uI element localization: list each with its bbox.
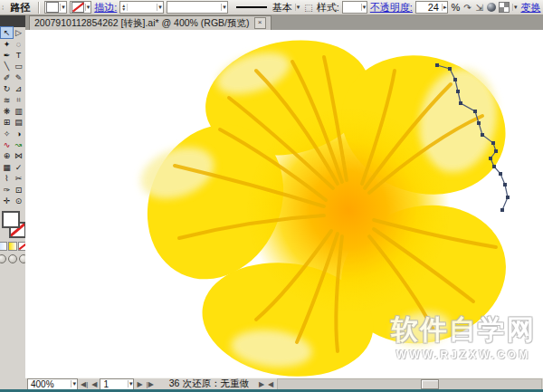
live-trace-tool[interactable]: ∿ [1, 139, 13, 150]
path-anchor-point[interactable] [473, 110, 477, 113]
last-page-button[interactable]: |▶ [146, 380, 155, 388]
toolbox-titlebar[interactable] [0, 15, 25, 27]
fill-swatch[interactable] [2, 211, 20, 228]
path-anchor-point[interactable] [477, 121, 481, 125]
isolate-arrow-icon[interactable]: ↷ [462, 3, 472, 13]
path-anchor-point[interactable] [499, 172, 502, 176]
select-tool[interactable]: ✓ [13, 162, 24, 173]
path-anchor-point[interactable] [435, 63, 439, 67]
crop-area-tool[interactable]: ⊕ [1, 150, 13, 161]
measure-tool[interactable]: ✑ [1, 184, 13, 195]
page-number-value: 1 [100, 379, 127, 389]
chevron-down-icon: ▾ [157, 4, 163, 11]
document-tab-strip: 2007910112854262 [转换].ai* @ 400% (RGB/预览… [25, 15, 543, 30]
fullscreen-menu-button[interactable] [8, 254, 17, 263]
gradient-mode-button[interactable] [8, 242, 17, 251]
path-anchor-point[interactable] [459, 101, 462, 105]
first-page-button[interactable]: ◀| [80, 380, 89, 388]
opacity-combo[interactable]: 24 ▸ [415, 1, 449, 14]
gradient-tool[interactable]: ▤ [13, 117, 24, 128]
line-segment-tool[interactable]: ╲ [1, 61, 13, 72]
stroke-none-swatch-icon [71, 2, 84, 13]
scissors-tool[interactable]: ✂ [13, 173, 24, 184]
path-anchor-point[interactable] [492, 165, 496, 168]
free-transform-tool[interactable]: ⌗ [13, 94, 24, 105]
scale-tool[interactable]: ⊿ [13, 83, 24, 94]
next-page-button[interactable]: ▶ [136, 380, 143, 388]
dashed-box-icon[interactable]: ⬚ [303, 3, 313, 13]
graph-tool[interactable]: ▦ [1, 162, 13, 173]
path-anchor-point[interactable] [489, 157, 492, 160]
stepper-icon[interactable]: ▲▼ [120, 4, 128, 11]
mesh-tool[interactable]: ⊞ [1, 117, 13, 128]
scrollbar-thumb[interactable] [421, 379, 439, 389]
direct-selection-tool[interactable]: ▷ [13, 27, 24, 38]
brush-definition-dropdown[interactable]: ▾ [167, 1, 228, 14]
chevron-right-icon: ▸ [442, 4, 448, 11]
prev-page-button[interactable]: ◀ [90, 380, 98, 388]
rectangle-tool[interactable]: ▭ [13, 61, 24, 72]
path-anchor-point[interactable] [481, 133, 484, 137]
chevron-down-icon: ▾ [71, 380, 77, 387]
color-mode-button[interactable] [0, 242, 7, 251]
hand-tool[interactable]: ✛ [1, 196, 13, 206]
graphic-style-dropdown[interactable]: ▾ [342, 1, 367, 14]
fill-swatch-icon [46, 2, 59, 13]
rotate-tool[interactable]: ↻ [1, 83, 13, 94]
artboard-tool[interactable]: ⊡ [13, 184, 24, 195]
path-anchor-point[interactable] [448, 67, 452, 71]
transform-link[interactable]: 变换 [520, 1, 540, 14]
selection-type-label: 路径 [10, 1, 30, 14]
type-tool[interactable]: T [13, 50, 24, 61]
symbol-sprayer-tool[interactable]: ❋ [1, 106, 13, 117]
stroke-weight-combo[interactable]: ▲▼ ▾ [119, 1, 163, 14]
lasso-tool[interactable]: ◌ [13, 38, 24, 49]
path-anchor-point[interactable] [491, 141, 495, 145]
path-anchor-point[interactable] [503, 183, 507, 186]
pen-tool[interactable]: ✒ [1, 50, 13, 61]
page-number-combo[interactable]: 1 ▾ [100, 378, 134, 390]
status-bar: 400% ▾ ◀| ◀ 1 ▾ ▶ |▶ 36 次还原：无重做 ▶ ◀ [25, 378, 543, 389]
panel-drag-handle[interactable]: ⁞ [2, 4, 5, 12]
document-title: 2007910112854262 [转换].ai* @ 400% (RGB/预览… [34, 17, 250, 30]
document-tab[interactable]: 2007910112854262 [转换].ai* @ 400% (RGB/预览… [29, 15, 272, 30]
path-anchor-point[interactable] [453, 78, 457, 81]
zoom-level-combo[interactable]: 400% ▾ [27, 378, 78, 390]
pencil-tool[interactable]: ✎ [13, 72, 24, 83]
pattern-swatch-icon[interactable] [499, 2, 510, 13]
selection-tool[interactable]: ↖ [1, 27, 13, 38]
recolor-artwork-icon[interactable] [487, 3, 496, 12]
magic-wand-tool[interactable]: ✦ [1, 38, 13, 49]
blend-tool[interactable]: ◑ [13, 129, 24, 139]
path-anchor-point[interactable] [506, 196, 510, 199]
style-label: 样式: [317, 1, 339, 14]
opacity-link[interactable]: 不透明度: [370, 1, 413, 14]
eyedropper-tool[interactable]: ✧ [1, 129, 13, 139]
path-anchor-point[interactable] [494, 149, 498, 153]
paintbrush-tool[interactable]: ✐ [1, 72, 13, 83]
tool-grid: ↖▷✦◌✒T╲▭✐✎↻⊿≋⌗❋▥⊞▤✧◑∿↝⊕⋈▦✓⌇✂✑⊡✛⊙ [1, 27, 24, 206]
chevron-down-icon[interactable]: ▾ [295, 4, 301, 11]
chevron-down-icon: ▾ [128, 380, 134, 387]
path-anchor-point[interactable] [456, 90, 460, 93]
close-icon[interactable]: × [254, 17, 266, 29]
fill-color-dropdown[interactable]: ▾ [44, 1, 67, 14]
status-expand-icon[interactable]: ▶ [258, 380, 265, 388]
live-paint-bucket-tool[interactable]: ↝ [13, 139, 24, 150]
horizontal-scrollbar[interactable] [277, 378, 542, 390]
normal-screen-button[interactable] [0, 254, 6, 263]
status-collapse-icon[interactable]: ◀ [267, 380, 274, 388]
fill-stroke-swatches [1, 210, 24, 239]
zoom-tool[interactable]: ⊙ [13, 196, 24, 206]
column-graph-tool[interactable]: ▥ [13, 106, 24, 117]
path-anchor-point[interactable] [500, 208, 504, 212]
envelope-tool[interactable]: ⋈ [13, 150, 24, 161]
artboard-canvas[interactable]: 软件自学网 WWW.RJZXW.COM [25, 30, 543, 378]
flower-artwork [25, 30, 543, 378]
select-similar-icon[interactable]: ⇲ [475, 3, 484, 13]
warp-tool[interactable]: ≋ [1, 94, 13, 105]
stroke-link[interactable]: 描边: [94, 1, 117, 14]
stroke-color-dropdown[interactable]: ▾ [70, 1, 92, 14]
brush-stroke-preview [236, 6, 267, 8]
slice-tool[interactable]: ⌇ [1, 173, 13, 184]
